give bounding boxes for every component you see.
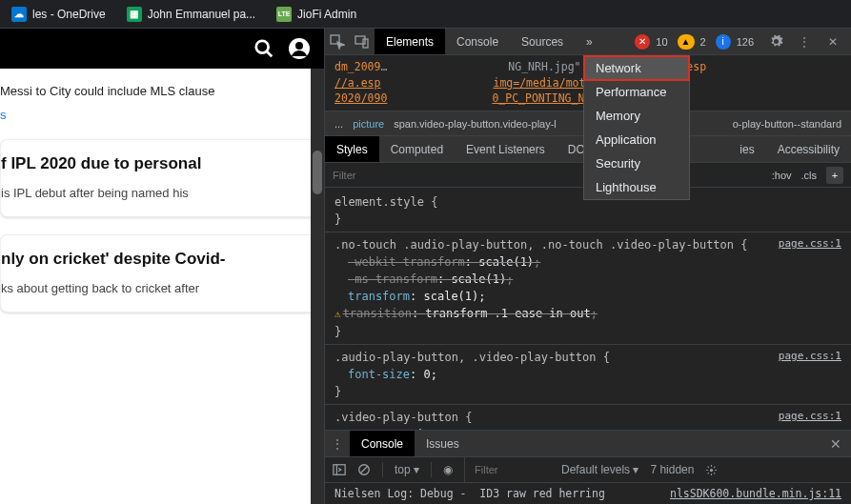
tab-sources[interactable]: Sources	[510, 29, 575, 54]
console-toolbar: top ▾ ◉ Default levels ▾ 7 hidden	[325, 457, 851, 483]
menu-item-security[interactable]: Security	[584, 151, 689, 175]
search-icon[interactable]	[253, 38, 274, 59]
tab-properties[interactable]: ies	[728, 136, 765, 162]
tab-label: les - OneDrive	[32, 8, 106, 21]
warning-badge[interactable]: ▲	[678, 34, 695, 50]
drawer-tab-issues[interactable]: Issues	[415, 431, 471, 456]
console-settings-icon[interactable]	[705, 464, 718, 476]
card-subtitle: ks about getting back to cricket after	[1, 280, 306, 298]
kebab-menu-icon[interactable]: ⋮	[792, 29, 817, 55]
styles-panel: element.style { } page.css:1 .no-touch .…	[325, 188, 851, 430]
source-link[interactable]: page.css:1	[779, 349, 841, 365]
context-selector[interactable]: top ▾	[395, 463, 419, 476]
tab-elements[interactable]: Elements	[375, 29, 445, 54]
info-badge[interactable]: i	[716, 34, 731, 50]
card-subtitle: is IPL debut after being named his	[1, 185, 306, 203]
source-link[interactable]: page.css:1	[779, 409, 841, 425]
breadcrumb-ellipsis[interactable]: ...	[334, 118, 343, 130]
close-devtools-icon[interactable]: ✕	[821, 29, 845, 55]
levels-selector[interactable]: Default levels ▾	[561, 463, 638, 476]
menu-item-memory[interactable]: Memory	[584, 104, 689, 128]
browser-tabs: ☁ les - OneDrive ▦ John Emmanuel pa... L…	[0, 0, 851, 29]
devtools-overflow-menu: Network Performance Memory Application S…	[583, 55, 690, 200]
settings-icon[interactable]	[763, 29, 788, 55]
info-count: 126	[737, 36, 754, 48]
card-title: nly on cricket' despite Covid-	[1, 249, 306, 280]
rule-video-play-button[interactable]: page.css:1 .video-play-button { cursor: …	[325, 405, 851, 430]
svg-rect-7	[334, 465, 345, 475]
headline-snippet[interactable]: Messi to City could include MLS clause	[0, 78, 318, 108]
styles-filter-input[interactable]	[325, 163, 764, 187]
devtools-main-tabs: Elements Console Sources »	[375, 29, 604, 54]
breadcrumb-span[interactable]: span.video-play-button.video-play-l	[394, 118, 557, 130]
inspect-element-icon[interactable]	[325, 29, 350, 55]
warning-count: 2	[700, 36, 706, 48]
error-count: 10	[656, 36, 667, 48]
device-toggle-icon[interactable]	[350, 29, 375, 55]
hov-toggle[interactable]: :hov	[772, 170, 792, 181]
svg-line-10	[361, 467, 368, 474]
close-drawer-icon[interactable]: ✕	[821, 436, 851, 452]
web-page-content: Messi to City could include MLS clause s…	[0, 29, 324, 504]
tabs-overflow-button[interactable]: »	[575, 29, 604, 54]
eye-icon[interactable]: ◉	[443, 463, 453, 476]
cls-toggle[interactable]: .cls	[801, 170, 818, 181]
menu-item-performance[interactable]: Performance	[584, 80, 689, 104]
tab-event-listeners[interactable]: Event Listeners	[455, 136, 557, 162]
scrollbar[interactable]	[311, 69, 324, 504]
hidden-count[interactable]: 7 hidden	[650, 463, 694, 476]
tab-accessibility[interactable]: Accessibility	[766, 136, 851, 162]
tab-label: JioFi Admin	[297, 8, 356, 21]
card-title: f IPL 2020 due to personal	[1, 153, 306, 185]
svg-point-11	[710, 468, 713, 471]
styles-filter-actions: :hov .cls +	[764, 167, 851, 184]
onedrive-icon: ☁	[11, 7, 27, 22]
source-link[interactable]: page.css:1	[779, 236, 841, 252]
menu-item-application[interactable]: Application	[584, 128, 689, 151]
main-area: Messi to City could include MLS clause s…	[0, 29, 851, 504]
devtools-header: Elements Console Sources » ✕10 ▲2 i126 ⋮…	[325, 29, 851, 55]
console-log-line[interactable]: Nielsen Log: Debug - ID3 raw red herring…	[325, 483, 851, 504]
browser-tab-jiofi[interactable]: LTE JioFi Admin	[267, 1, 366, 28]
article-card-2[interactable]: nly on cricket' despite Covid- ks about …	[0, 234, 318, 312]
breadcrumb-tail[interactable]: o-play-button--standard	[733, 118, 841, 130]
warning-icon: ⚠	[334, 308, 341, 320]
rule-no-touch[interactable]: page.css:1 .no-touch .audio-play-button,…	[325, 232, 851, 345]
drawer-tab-console[interactable]: Console	[350, 431, 415, 456]
drawer-tabs: ⋮ Console Issues ✕	[325, 431, 851, 457]
browser-tab-sheets[interactable]: ▦ John Emmanuel pa...	[117, 1, 265, 28]
headline-link[interactable]: s	[0, 108, 318, 122]
console-filter-input[interactable]	[464, 457, 550, 482]
breadcrumb-picture[interactable]: picture	[353, 118, 384, 130]
jiofi-icon: LTE	[276, 7, 292, 22]
page-header-bar	[0, 29, 324, 69]
page-body: Messi to City could include MLS clause s…	[0, 69, 324, 312]
scrollbar-thumb[interactable]	[313, 151, 322, 194]
tab-label: John Emmanuel pa...	[148, 8, 255, 21]
tab-computed[interactable]: Computed	[379, 136, 455, 162]
menu-item-network[interactable]: Network	[584, 56, 689, 80]
svg-line-1	[267, 51, 273, 57]
article-card-1[interactable]: f IPL 2020 due to personal is IPL debut …	[0, 139, 318, 217]
svg-point-3	[295, 42, 303, 50]
console-sidebar-icon[interactable]	[333, 463, 346, 476]
tab-console[interactable]: Console	[445, 29, 510, 54]
browser-tab-onedrive[interactable]: ☁ les - OneDrive	[2, 1, 115, 28]
console-drawer: ⋮ Console Issues ✕ top ▾ ◉ Default level…	[325, 430, 851, 504]
drawer-kebab-icon[interactable]: ⋮	[325, 431, 350, 457]
menu-item-lighthouse[interactable]: Lighthouse	[584, 175, 689, 199]
devtools-header-right: ✕10 ▲2 i126 ⋮ ✕	[635, 29, 851, 55]
svg-point-0	[256, 41, 269, 53]
sheets-icon: ▦	[127, 7, 142, 22]
tab-styles[interactable]: Styles	[325, 136, 379, 162]
log-source-link[interactable]: nlsSDK600.bundle.min.js:11	[670, 487, 841, 500]
new-rule-button[interactable]: +	[826, 167, 843, 184]
error-badge[interactable]: ✕	[635, 34, 650, 50]
rule-play-button[interactable]: page.css:1 .audio-play-button, .video-pl…	[325, 345, 851, 405]
account-icon[interactable]	[288, 37, 311, 60]
clear-console-icon[interactable]	[357, 463, 371, 476]
